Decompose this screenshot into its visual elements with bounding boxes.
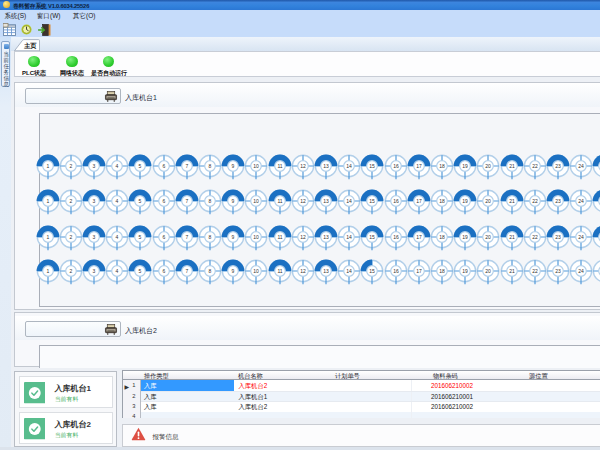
svg-text:18: 18 xyxy=(439,268,445,274)
svg-text:10: 10 xyxy=(254,233,260,239)
svg-text:20: 20 xyxy=(486,268,492,274)
svg-text:7: 7 xyxy=(185,163,188,169)
svg-text:8: 8 xyxy=(209,198,212,204)
svg-text:2: 2 xyxy=(69,233,72,239)
svg-text:5: 5 xyxy=(139,268,142,274)
svg-text:19: 19 xyxy=(462,268,468,274)
svg-text:10: 10 xyxy=(254,268,260,274)
svg-text:11: 11 xyxy=(277,268,282,274)
svg-text:13: 13 xyxy=(323,198,329,204)
svg-text:16: 16 xyxy=(393,233,399,239)
svg-text:24: 24 xyxy=(578,198,584,204)
svg-text:2: 2 xyxy=(69,268,72,274)
svg-text:17: 17 xyxy=(416,268,422,274)
svg-text:3: 3 xyxy=(93,233,96,239)
svg-text:15: 15 xyxy=(370,163,376,169)
svg-text:23: 23 xyxy=(555,233,561,239)
svg-text:12: 12 xyxy=(300,198,306,204)
svg-text:20: 20 xyxy=(486,198,492,204)
svg-text:23: 23 xyxy=(555,198,561,204)
svg-text:22: 22 xyxy=(532,198,538,204)
svg-text:1: 1 xyxy=(46,163,49,169)
svg-text:19: 19 xyxy=(462,198,468,204)
svg-text:13: 13 xyxy=(323,233,329,239)
svg-text:10: 10 xyxy=(254,163,260,169)
svg-text:14: 14 xyxy=(346,198,352,204)
svg-text:18: 18 xyxy=(439,233,445,239)
svg-text:1: 1 xyxy=(46,198,49,204)
svg-text:4: 4 xyxy=(116,268,119,274)
svg-text:14: 14 xyxy=(346,268,352,274)
svg-text:13: 13 xyxy=(323,163,329,169)
svg-text:4: 4 xyxy=(116,163,119,169)
svg-text:17: 17 xyxy=(416,163,422,169)
svg-text:4: 4 xyxy=(116,198,119,204)
svg-text:3: 3 xyxy=(93,268,96,274)
svg-text:7: 7 xyxy=(185,198,188,204)
svg-text:19: 19 xyxy=(462,233,468,239)
svg-text:5: 5 xyxy=(139,163,142,169)
svg-text:2: 2 xyxy=(69,163,72,169)
svg-text:8: 8 xyxy=(209,163,212,169)
svg-text:11: 11 xyxy=(277,198,282,204)
svg-text:16: 16 xyxy=(393,268,399,274)
svg-text:11: 11 xyxy=(277,163,282,169)
svg-text:15: 15 xyxy=(370,233,376,239)
svg-text:9: 9 xyxy=(232,268,235,274)
svg-text:17: 17 xyxy=(416,233,422,239)
svg-text:21: 21 xyxy=(509,163,515,169)
svg-text:11: 11 xyxy=(277,233,282,239)
svg-text:1: 1 xyxy=(46,233,49,239)
svg-text:7: 7 xyxy=(185,233,188,239)
svg-text:21: 21 xyxy=(509,198,515,204)
svg-text:9: 9 xyxy=(232,198,235,204)
svg-text:12: 12 xyxy=(300,163,306,169)
svg-text:2: 2 xyxy=(69,198,72,204)
svg-text:6: 6 xyxy=(162,233,165,239)
svg-text:21: 21 xyxy=(509,268,515,274)
svg-text:18: 18 xyxy=(439,198,445,204)
svg-text:8: 8 xyxy=(209,233,212,239)
svg-text:12: 12 xyxy=(300,268,306,274)
svg-text:3: 3 xyxy=(93,163,96,169)
svg-text:3: 3 xyxy=(93,198,96,204)
svg-text:8: 8 xyxy=(209,268,212,274)
svg-text:23: 23 xyxy=(555,268,561,274)
svg-text:22: 22 xyxy=(532,163,538,169)
svg-text:14: 14 xyxy=(346,163,352,169)
svg-text:5: 5 xyxy=(139,233,142,239)
svg-text:23: 23 xyxy=(555,163,561,169)
svg-text:14: 14 xyxy=(346,233,352,239)
svg-text:24: 24 xyxy=(578,163,584,169)
svg-text:4: 4 xyxy=(116,233,119,239)
svg-text:24: 24 xyxy=(578,233,584,239)
svg-text:22: 22 xyxy=(532,268,538,274)
svg-text:20: 20 xyxy=(486,233,492,239)
svg-text:9: 9 xyxy=(232,233,235,239)
svg-text:12: 12 xyxy=(300,233,306,239)
svg-text:18: 18 xyxy=(439,163,445,169)
svg-text:16: 16 xyxy=(393,163,399,169)
svg-text:1: 1 xyxy=(46,268,49,274)
svg-text:5: 5 xyxy=(139,198,142,204)
svg-text:13: 13 xyxy=(323,268,329,274)
svg-text:6: 6 xyxy=(162,163,165,169)
svg-text:21: 21 xyxy=(509,233,515,239)
svg-text:17: 17 xyxy=(416,198,422,204)
svg-text:7: 7 xyxy=(185,268,188,274)
svg-text:16: 16 xyxy=(393,198,399,204)
svg-text:24: 24 xyxy=(578,268,584,274)
svg-text:19: 19 xyxy=(462,163,468,169)
svg-text:15: 15 xyxy=(370,198,376,204)
svg-text:6: 6 xyxy=(162,268,165,274)
svg-text:20: 20 xyxy=(486,163,492,169)
svg-text:9: 9 xyxy=(232,163,235,169)
svg-text:22: 22 xyxy=(532,233,538,239)
svg-text:6: 6 xyxy=(162,198,165,204)
svg-text:15: 15 xyxy=(370,268,376,274)
svg-text:10: 10 xyxy=(254,198,260,204)
